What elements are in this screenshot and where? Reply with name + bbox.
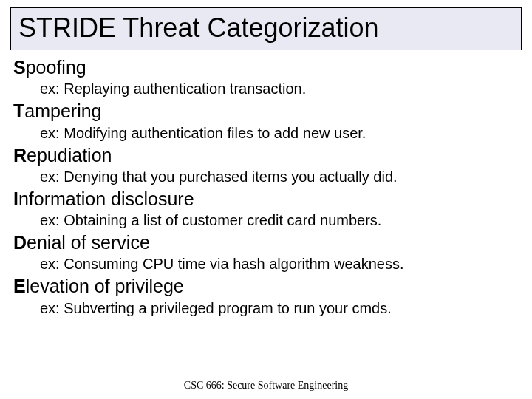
slide-content: Spoofing ex: Replaying authentication tr…	[0, 56, 532, 318]
slide-title-box: STRIDE Threat Categorization	[10, 7, 522, 50]
threat-lead-letter: T	[13, 100, 24, 121]
threat-lead-letter: S	[13, 57, 26, 78]
threat-lead-letter: D	[13, 232, 27, 253]
threat-elevation-of-privilege: Elevation of privilege ex: Subverting a …	[13, 275, 519, 317]
threat-lead-letter: I	[13, 188, 18, 209]
threat-term: Denial of service	[13, 231, 519, 254]
threat-rest: ampering	[24, 100, 101, 121]
threat-example: ex: Obtaining a list of customer credit …	[40, 211, 519, 230]
threat-example: ex: Replaying authentication transaction…	[40, 79, 519, 98]
threat-term: Repudiation	[13, 144, 519, 167]
threat-rest: nformation disclosure	[18, 188, 194, 209]
threat-term: Information disclosure	[13, 188, 519, 211]
threat-tampering: Tampering ex: Modifying authentication f…	[13, 100, 519, 142]
threat-repudiation: Repudiation ex: Denying that you purchas…	[13, 144, 519, 186]
threat-denial-of-service: Denial of service ex: Consuming CPU time…	[13, 231, 519, 273]
threat-example: ex: Subverting a privileged program to r…	[40, 299, 519, 318]
threat-example: ex: Consuming CPU time via hash algorith…	[40, 254, 519, 273]
threat-spoofing: Spoofing ex: Replaying authentication tr…	[13, 56, 519, 98]
threat-rest: poofing	[26, 57, 86, 78]
threat-rest: epudiation	[27, 145, 112, 166]
threat-information-disclosure: Information disclosure ex: Obtaining a l…	[13, 188, 519, 230]
threat-term: Tampering	[13, 100, 519, 123]
threat-term: Spoofing	[13, 56, 519, 79]
threat-example: ex: Modifying authentication files to ad…	[40, 123, 519, 143]
threat-rest: enial of service	[27, 232, 150, 253]
threat-rest: levation of privilege	[26, 276, 184, 296]
threat-term: Elevation of privilege	[13, 275, 519, 298]
slide-title: STRIDE Threat Categorization	[18, 13, 514, 44]
slide-footer: CSC 666: Secure Software Engineering	[0, 380, 532, 392]
threat-lead-letter: E	[13, 276, 26, 296]
threat-example: ex: Denying that you purchased items you…	[40, 167, 519, 186]
threat-lead-letter: R	[13, 145, 27, 166]
